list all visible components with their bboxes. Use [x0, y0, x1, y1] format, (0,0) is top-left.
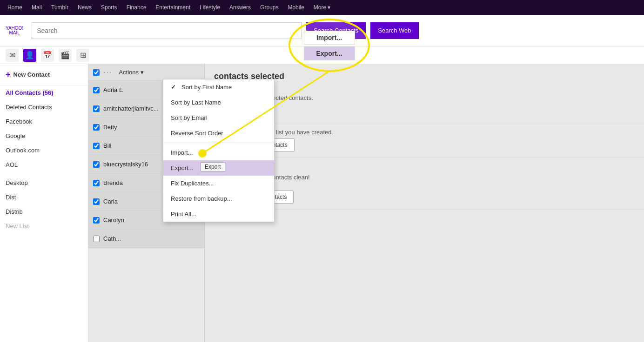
- sidebar-list-dist[interactable]: Dist: [0, 190, 88, 204]
- search-web-button[interactable]: Search Web: [370, 22, 418, 39]
- sidebar: + New Contact All Contacts (56) Deleted …: [0, 64, 88, 342]
- nav-tumblr[interactable]: Tumblr: [47, 2, 72, 13]
- select-all-checkbox[interactable]: [93, 69, 100, 76]
- sort-by-email-item[interactable]: Sort by Email: [163, 110, 274, 125]
- reverse-sort-item[interactable]: Reverse Sort Order: [163, 125, 274, 141]
- icon-toolbar: ✉ 👤 📅 🎬 ⊞: [0, 46, 644, 64]
- nav-sports[interactable]: Sports: [97, 2, 121, 13]
- top-navigation: Home Mail Tumblr News Sports Finance Ent…: [0, 0, 644, 15]
- sidebar-item-aol[interactable]: AOL: [0, 158, 88, 172]
- contact-name: amitchatterjiamitvc...: [103, 105, 158, 112]
- export-item[interactable]: Export... Export: [163, 160, 274, 176]
- contact-list-header: ··· Actions ▾: [88, 64, 204, 81]
- sidebar-item-outlook[interactable]: Outlook.com: [0, 143, 88, 158]
- actions-label: Actions: [119, 69, 139, 76]
- dots-icon: ···: [103, 68, 112, 77]
- contact-name: Cath...: [103, 235, 121, 242]
- nav-mail[interactable]: Mail: [28, 2, 46, 13]
- mail-icon-btn[interactable]: ✉: [6, 49, 19, 62]
- contact-checkbox[interactable]: [93, 236, 100, 242]
- contact-name: Adria E: [103, 86, 123, 93]
- sidebar-list-desktop[interactable]: Desktop: [0, 176, 88, 190]
- nav-groups[interactable]: Groups: [256, 2, 282, 13]
- nav-more[interactable]: More ▾: [310, 2, 335, 13]
- notepad-icon-btn[interactable]: 🎬: [59, 49, 72, 62]
- contact-name: Carolyn: [103, 217, 124, 224]
- nav-lifestyle[interactable]: Lifestyle: [196, 2, 224, 13]
- search-input-wrap: [32, 22, 302, 39]
- contact-checkbox[interactable]: [93, 161, 100, 168]
- contact-checkbox[interactable]: [93, 198, 100, 205]
- nav-home[interactable]: Home: [4, 2, 26, 13]
- sidebar-item-facebook[interactable]: Facebook: [0, 114, 88, 129]
- search-contacts-button[interactable]: Search Contacts: [306, 22, 366, 39]
- contact-checkbox[interactable]: [93, 217, 100, 224]
- contact-checkbox[interactable]: [93, 124, 100, 131]
- contact-checkbox[interactable]: [93, 87, 100, 93]
- new-contact-btn[interactable]: + New Contact: [0, 64, 88, 86]
- actions-dropdown-menu: Sort by First Name Sort by Last Name Sor…: [163, 79, 275, 222]
- table-row[interactable]: Cath...: [88, 230, 204, 248]
- nav-news[interactable]: News: [74, 2, 95, 13]
- print-all-item[interactable]: Print All...: [163, 206, 274, 222]
- contacts-icon-btn[interactable]: 👤: [23, 49, 36, 62]
- nav-answers[interactable]: Answers: [226, 2, 255, 13]
- app-header: YAHOO! MAIL Search Contacts Search Web: [0, 15, 644, 46]
- sidebar-item-deleted[interactable]: Deleted Contacts: [0, 100, 88, 114]
- new-contact-label: New Contact: [13, 71, 50, 78]
- actions-chevron-icon: ▾: [141, 69, 144, 76]
- export-tooltip: Export: [201, 162, 225, 171]
- sidebar-item-all-contacts[interactable]: All Contacts (56): [0, 86, 88, 100]
- grid-icon-btn[interactable]: ⊞: [76, 49, 89, 62]
- search-input[interactable]: [32, 22, 302, 39]
- contact-name: bluecrystalsky16: [103, 161, 148, 168]
- import-item[interactable]: Import...: [163, 145, 274, 160]
- nav-mobile[interactable]: Mobile: [284, 2, 308, 13]
- sidebar-list-distrib[interactable]: Distrib: [0, 204, 88, 219]
- main-layout: + New Contact All Contacts (56) Deleted …: [0, 64, 644, 342]
- new-list-btn[interactable]: New List: [0, 219, 88, 233]
- plus-icon: +: [6, 70, 11, 79]
- contact-checkbox[interactable]: [93, 180, 100, 186]
- calendar-icon-btn[interactable]: 📅: [41, 49, 54, 62]
- restore-backup-item[interactable]: Restore from backup...: [163, 191, 274, 206]
- contact-name: Carla: [103, 198, 118, 205]
- actions-dropdown-btn[interactable]: Actions ▾: [116, 68, 147, 77]
- nav-finance[interactable]: Finance: [123, 2, 150, 13]
- contact-checkbox[interactable]: [93, 105, 100, 112]
- nav-entertainment[interactable]: Entertainment: [152, 2, 194, 13]
- sort-by-first-name-item[interactable]: Sort by First Name: [163, 79, 274, 95]
- contact-name: Brenda: [103, 179, 123, 186]
- yahoo-logo: YAHOO! MAIL: [6, 26, 23, 35]
- sort-by-last-name-item[interactable]: Sort by Last Name: [163, 95, 274, 110]
- fix-duplicates-item[interactable]: Fix Duplicates...: [163, 176, 274, 191]
- contact-name: Bill: [103, 142, 111, 149]
- contact-name: Betty: [103, 124, 117, 131]
- sidebar-item-google[interactable]: Google: [0, 129, 88, 143]
- contact-checkbox[interactable]: [93, 143, 100, 149]
